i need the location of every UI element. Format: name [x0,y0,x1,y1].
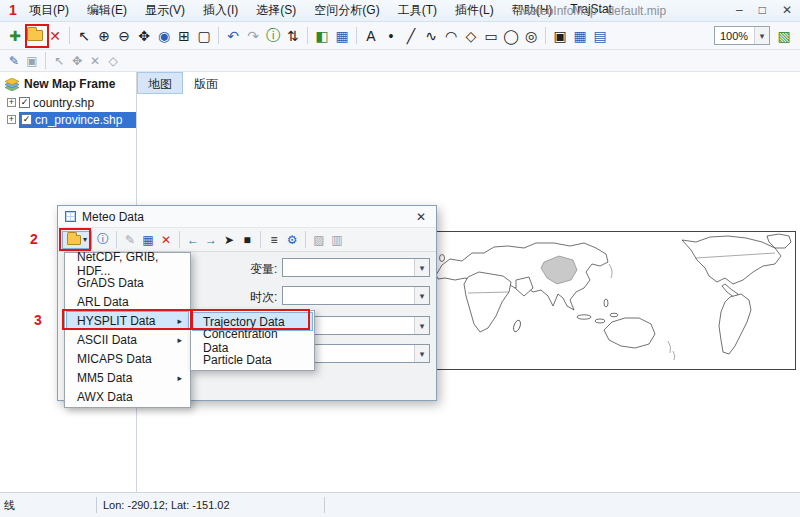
menu-item-mm5[interactable]: MM5 Data ▸ [66,368,189,387]
save-edits-icon[interactable]: ▣ [23,52,41,70]
full-extent-icon[interactable]: ◉ [154,26,174,46]
draw-curve-icon[interactable]: ∿ [421,26,441,46]
combobox-arrow-icon[interactable]: ▾ [754,27,769,44]
annotation-step-3: 3 [34,312,42,328]
menu-insert[interactable]: 插入(I) [194,0,247,22]
stop-icon[interactable]: ■ [238,231,256,249]
select-rectangle-icon[interactable]: ▢ [194,26,214,46]
variable-label: 变量: [250,261,277,278]
delete-feature-icon[interactable]: ✕ [86,52,104,70]
next-time-icon[interactable]: → [202,231,220,249]
menu-item-awx[interactable]: AWX Data [66,387,189,406]
draw-polyline-icon[interactable]: ╱ [401,26,421,46]
time-combobox[interactable]: ▾ [282,286,430,305]
close-button[interactable]: ✕ [782,3,792,17]
measure-icon[interactable]: ⇅ [283,26,303,46]
move-feature-icon[interactable]: ✥ [68,52,86,70]
menu-item-label: MICAPS Data [77,352,152,366]
data-list-icon[interactable]: ≡ [265,231,283,249]
map-canvas[interactable] [378,231,796,370]
data-info-icon[interactable]: ⓘ [94,231,112,249]
render-options-icon[interactable]: ▧ [774,26,794,46]
expand-icon[interactable]: + [7,115,16,124]
combobox-arrow-icon[interactable]: ▾ [414,287,429,304]
toolbar-separator [218,27,219,44]
layer-checkbox[interactable]: ✓ [21,114,32,125]
toolbar-separator [545,27,546,44]
grid-view-icon[interactable]: ▦ [570,26,590,46]
menu-plugins[interactable]: 插件(L) [446,0,503,22]
combobox-arrow-icon[interactable]: ▾ [414,259,429,276]
selected-layer-highlight[interactable]: ✓ cn_province.shp [19,112,136,128]
insert-text-icon[interactable]: A [361,26,381,46]
select-feature-icon[interactable]: ↖ [50,52,68,70]
menu-tools[interactable]: 工具(T) [389,0,446,22]
animate-icon[interactable]: ➤ [220,231,238,249]
table-view-icon[interactable]: ▤ [590,26,610,46]
menu-item-micaps[interactable]: MICAPS Data [66,349,189,368]
select-icon[interactable]: ↖ [74,26,94,46]
toolbar-separator [116,231,117,248]
draw-ellipse-icon[interactable]: ◎ [521,26,541,46]
time-label: 时次: [250,289,277,306]
previous-time-icon[interactable]: ← [184,231,202,249]
menu-edit[interactable]: 编辑(E) [78,0,136,22]
dialog-titlebar[interactable]: Meteo Data ✕ [58,206,436,228]
menu-project[interactable]: 项目(P) [20,0,78,22]
layer-row-country[interactable]: + ✓ country.shp [0,94,136,111]
menu-view[interactable]: 显示(V) [136,0,194,22]
select-graphic-icon[interactable]: ▣ [550,26,570,46]
settings-icon[interactable]: ⚙ [283,231,301,249]
remove-data-icon[interactable]: ✕ [157,231,175,249]
variable-combobox[interactable]: ▾ [282,258,430,277]
toolbar-separator [305,231,306,248]
tab-layout[interactable]: 版面 [183,72,229,94]
layer-label[interactable]: cn_province.shp [35,113,122,127]
create-chart-icon[interactable]: ▥ [328,231,346,249]
titlebar: 项目(P) 编辑(E) 显示(V) 插入(I) 选择(S) 空间分析(G) 工具… [0,0,800,22]
redo-icon[interactable]: ↷ [243,26,263,46]
create-image-icon[interactable]: ▨ [310,231,328,249]
edit-toolbar: ✎ ▣ ↖ ✥ ✕ ◇ [0,50,800,72]
edit-vertices-icon[interactable]: ◇ [104,52,122,70]
draw-point-icon[interactable]: • [381,26,401,46]
edit-data-icon[interactable]: ✎ [121,231,139,249]
minimize-button[interactable]: – [736,3,743,17]
draw-circle-icon[interactable]: ◯ [501,26,521,46]
menu-item-label: Concentration Data [203,327,306,355]
layer-row-cn-province[interactable]: + ✓ cn_province.shp [0,111,136,128]
main-toolbar: ✚ ✕ ↖ ⊕ ⊖ ✥ ◉ ⊞ ▢ ↶ ↷ ⓘ ⇅ ◧ ▦ A • ╱ ∿ ◠ … [0,22,800,50]
time-value [283,287,414,304]
undo-icon[interactable]: ↶ [223,26,243,46]
insert-image-icon[interactable]: ▦ [332,26,352,46]
map-frame-label: New Map Frame [24,77,115,91]
layer-checkbox[interactable]: ✓ [19,97,30,108]
pan-icon[interactable]: ✥ [134,26,154,46]
maximize-button[interactable]: □ [759,3,766,17]
new-project-icon[interactable]: ✚ [5,26,25,46]
zoom-to-layer-icon[interactable]: ⊞ [174,26,194,46]
menu-item-ascii[interactable]: ASCII Data ▸ [66,330,189,349]
tab-map[interactable]: 地图 [137,72,183,94]
menu-item-netcdf[interactable]: NetCDF, GRIB, HDF... [66,254,189,273]
dialog-close-button[interactable]: ✕ [413,210,429,224]
zoom-in-icon[interactable]: ⊕ [94,26,114,46]
submenu-item-concentration[interactable]: Concentration Data [192,331,313,350]
draw-polygon-icon[interactable]: ◇ [461,26,481,46]
layer-label[interactable]: country.shp [33,96,94,110]
expand-icon[interactable]: + [7,98,16,107]
combobox-arrow-icon[interactable]: ▾ [414,317,429,334]
data-table-icon[interactable]: ▦ [139,231,157,249]
zoom-level-combobox[interactable]: 100% ▾ [714,26,770,45]
draw-arc-icon[interactable]: ◠ [441,26,461,46]
menu-geoprocessing[interactable]: 空间分析(G) [305,0,388,22]
identify-icon[interactable]: ⓘ [263,26,283,46]
menu-selection[interactable]: 选择(S) [247,0,305,22]
edit-layer-icon[interactable]: ✎ [5,52,23,70]
combobox-arrow-icon[interactable]: ▾ [414,345,429,362]
zoom-out-icon[interactable]: ⊖ [114,26,134,46]
map-frame-node[interactable]: New Map Frame [0,72,136,94]
draw-rectangle-icon[interactable]: ▭ [481,26,501,46]
menu-item-label: AWX Data [77,390,133,404]
label-icon[interactable]: ◧ [312,26,332,46]
